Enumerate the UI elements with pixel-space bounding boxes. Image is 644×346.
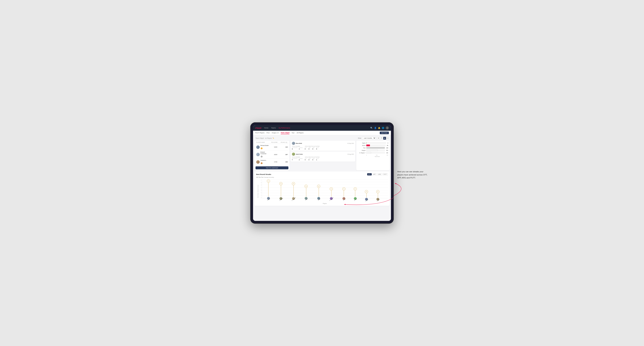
putt-val-josh: 1 — [316, 159, 320, 161]
subnav-hcaps[interactable]: Hcaps 1-5 — [272, 132, 278, 134]
streaks-x-label: Players — [262, 203, 388, 204]
chart-grid: 7x E. Ewart 6x B. McHarg — [262, 179, 388, 198]
table-view-button[interactable]: ⊟ — [386, 137, 389, 140]
team-title: Team Clippd 14 Players — [255, 137, 272, 139]
rank-badge-1: 1 — [261, 148, 262, 149]
show-label: Show — [358, 137, 361, 139]
leaderboard-header: PLAYER NAME PB SCORE PB AVG SQ — [256, 142, 288, 144]
streak-bubble-billingham: 6x — [292, 182, 295, 185]
nav-icons-group: 🔍 👤 🔔 🌐 ▾ — [370, 126, 389, 130]
streak-col-billingham: 6x D. Billingham — [291, 182, 296, 201]
ott-val-rees: 0 — [305, 148, 308, 150]
streak-bubble-quick: 3x — [376, 190, 380, 193]
x-tick-0: 0 — [366, 155, 367, 156]
filter-arg[interactable]: ARG — [377, 173, 382, 175]
y-tick-5: 5 — [261, 184, 262, 185]
card-date-rees: 02 Sep 2023 — [348, 143, 354, 144]
subnav-all-players[interactable]: All Players — [296, 132, 304, 134]
lb-avg-3: 103 — [281, 161, 288, 163]
bar-row-birdies: Birdies 96 — [358, 145, 388, 146]
player-info-3: Cameron... 3 — [256, 160, 270, 164]
lb-col-score: PB SCORE — [271, 142, 280, 143]
show-controls: Show Last 3 months ⊞ ☰ ▤ ⊟ — [358, 137, 389, 140]
tournament-value-rees: 8 — [292, 148, 298, 150]
bar-row-pars: Pars 499 — [358, 147, 388, 149]
bar-label-bogeys: Bogeys — [358, 150, 366, 151]
leaderboard-row: Cameron... 3 17/20 103 — [256, 159, 288, 165]
globe-icon[interactable]: 🌐 — [382, 127, 384, 129]
bar-row-bogeys: Bogeys 311 — [358, 149, 388, 151]
streaks-chart-area: Best Streak, Fairway Accuracy 7 6 5 4 3 … — [256, 179, 388, 202]
user-avatar[interactable]: ▾ — [386, 126, 389, 130]
card-avatar-rees — [292, 142, 295, 145]
add-team-button[interactable]: Add Team — [380, 132, 389, 134]
view-leaderboard-button[interactable]: View Full Leaderboard — [256, 166, 288, 169]
rounds-label-josh: Total Rounds — [292, 157, 302, 158]
grid-h-7 — [262, 179, 388, 180]
search-icon[interactable]: 🔍 — [370, 127, 373, 129]
player-info-2: Edward Crossman 2 — [256, 151, 270, 158]
subnav-pga[interactable]: PGA — [266, 132, 270, 134]
practice-value-josh: 2 — [299, 159, 303, 161]
streak-line-ewart — [268, 183, 268, 197]
streaks-title: Best Round Streaks — [256, 173, 271, 175]
streak-col-butler: 3x R. Butler — [364, 190, 369, 202]
edit-icon[interactable]: ✏️ — [273, 138, 274, 139]
streaks-header: Best Round Streaks OTT APP ARG PUTT — [256, 173, 388, 175]
bar-fill-pars — [366, 147, 385, 149]
bar-value-pars: 499 — [386, 147, 388, 149]
bar-track-pars — [366, 147, 385, 149]
bar-track-dbogeys — [366, 152, 385, 154]
list-view-button[interactable]: ☰ — [380, 137, 383, 140]
bar-row-dbogeys: D. Bogeys + 131 — [358, 152, 388, 154]
bell-icon[interactable]: 🔔 — [378, 127, 380, 129]
filter-putt[interactable]: PUTT — [382, 173, 388, 175]
bar-fill-bogeys — [366, 149, 378, 151]
practice-activities-stat: Total Practice Activities OTT0 APP0 ARG0… — [305, 146, 320, 150]
team-header: Team Clippd 14 Players ✏️ Show Last 3 mo… — [254, 137, 390, 140]
practice-value-rees: 4 — [299, 148, 303, 150]
tablet-screen: clippd Home Teams My Performance 🔍 👤 🔔 🌐… — [253, 125, 391, 221]
card-avatar-josh — [292, 153, 295, 156]
filter-app[interactable]: APP — [372, 173, 377, 175]
streak-col-quick: 3x C. Quick — [375, 190, 380, 202]
main-content: Team Clippd 14 Players ✏️ Show Last 3 mo… — [253, 135, 391, 221]
view-icons-group: ⊞ ☰ ▤ ⊟ — [377, 137, 389, 140]
user-icon[interactable]: 👤 — [374, 127, 376, 129]
bar-track-birdies — [366, 145, 386, 146]
tablet-frame: clippd Home Teams My Performance 🔍 👤 🔔 🌐… — [250, 122, 394, 224]
tournament-value-josh: 7 — [292, 159, 298, 161]
filter-ott[interactable]: OTT — [367, 173, 372, 175]
nav-item-home[interactable]: Home — [264, 127, 268, 129]
chart-x-axis: 0 200 400 — [358, 155, 388, 156]
subnav-pgat[interactable]: PGAT Players — [255, 132, 264, 134]
subnav-tour[interactable]: Tour — [292, 132, 294, 134]
tournament-label: Tournament — [292, 147, 298, 148]
streak-line-quick — [378, 193, 378, 197]
bar-label-dbogeys: D. Bogeys + — [358, 152, 366, 154]
lb-score-2: 18/20 — [271, 154, 280, 155]
card-view-button[interactable]: ▤ — [383, 137, 386, 140]
lb-col-avg: PB AVG SQ — [281, 142, 288, 143]
streak-bubble-miller: 4x — [354, 187, 357, 190]
rank-badge-2: 2 — [261, 156, 262, 158]
card-player-name-josh: Josh Coles — [296, 154, 303, 155]
lb-col-name: PLAYER NAME — [256, 142, 270, 143]
annotation-text: Here you can see streaks your players ha… — [397, 170, 429, 179]
rounds-stat: Total Rounds Tournament 8 Practice — [292, 146, 302, 150]
bar-value-birdies: 96 — [387, 145, 388, 146]
period-select[interactable]: Last 3 months — [362, 137, 376, 140]
streak-col-mcharg: 6x B. McHarg — [278, 182, 284, 201]
app-logo: clippd — [255, 127, 261, 129]
y-tick-4: 4 — [261, 187, 262, 188]
nav-item-my-performance[interactable]: My Performance — [278, 127, 290, 129]
streak-bubble-ewart: 7x — [267, 179, 270, 183]
streak-bubble-coles: 5x — [304, 185, 308, 188]
subnav-team-clippd[interactable]: Team Clippd — [281, 132, 290, 134]
tournament-label-josh: Tournament — [292, 158, 298, 159]
lb-score-3: 17/20 — [271, 161, 280, 163]
grid-view-button[interactable]: ⊞ — [377, 137, 380, 140]
leaderboard-row: Richard Butler 1 19/20 110 — [256, 144, 288, 151]
y-tick-6: 6 — [261, 182, 262, 183]
nav-item-teams[interactable]: Teams — [271, 127, 276, 129]
